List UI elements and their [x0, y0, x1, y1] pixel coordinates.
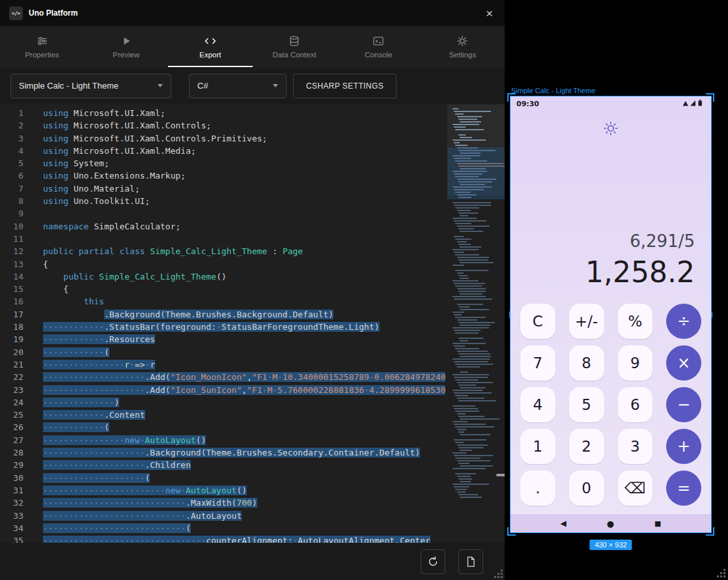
- calc-key-digit-5[interactable]: 5: [569, 387, 604, 422]
- nav-back-icon[interactable]: ◀: [561, 519, 567, 528]
- code-line-11[interactable]: [43, 233, 447, 245]
- code-line-9[interactable]: [43, 207, 447, 220]
- tab-label: Export: [199, 51, 221, 59]
- calc-key-add[interactable]: +: [666, 429, 701, 464]
- chevron-down-icon: [273, 84, 278, 87]
- refresh-icon: [427, 556, 439, 568]
- code-line-29[interactable]: ····················.Children: [43, 459, 447, 471]
- calc-result: 1,258.2: [585, 255, 695, 289]
- export-file-button[interactable]: [458, 549, 483, 574]
- code-line-24[interactable]: ··············): [43, 396, 447, 409]
- calc-key-equals[interactable]: =: [666, 471, 701, 506]
- code-editor[interactable]: 1234567891011121314151617181920212223242…: [0, 104, 505, 543]
- code-line-13[interactable]: {: [43, 258, 447, 270]
- tab-settings[interactable]: Settings: [421, 26, 505, 67]
- device-frame[interactable]: 09:30 6,291/5 1,258.2 C+/-%÷789×456−123+…: [510, 96, 712, 533]
- android-navbar: ◀ ● ■: [511, 514, 711, 532]
- tab-console[interactable]: Console: [337, 26, 421, 67]
- code-line-7[interactable]: using Uno.Material;: [43, 182, 447, 195]
- uno-logo-icon: </>: [9, 7, 23, 20]
- status-icons: [682, 99, 705, 109]
- code-line-26[interactable]: ············(: [43, 421, 447, 433]
- calc-key-multiply[interactable]: ×: [666, 345, 701, 381]
- calc-key-digit-2[interactable]: 2: [569, 429, 604, 464]
- file-icon: [465, 556, 477, 568]
- code-line-20[interactable]: ············(: [43, 346, 447, 358]
- code-line-27[interactable]: ················new·AutoLayout(): [43, 434, 447, 446]
- code-line-5[interactable]: using System;: [43, 157, 447, 169]
- window-title: Uno Platform: [29, 8, 77, 18]
- calc-key-digit-9[interactable]: 9: [618, 345, 653, 381]
- code-line-16[interactable]: this: [43, 295, 447, 308]
- tab-preview[interactable]: Preview: [84, 26, 168, 67]
- calc-display: 6,291/5 1,258.2: [585, 231, 695, 289]
- code-line-18[interactable]: ············.StatusBar(foreground:·Statu…: [43, 321, 447, 333]
- logo-glyph: </>: [12, 10, 21, 16]
- code-line-28[interactable]: ····················.Background(Theme.Br…: [43, 446, 447, 459]
- window-resize-grip[interactable]: [716, 568, 727, 579]
- nav-recents-icon[interactable]: ■: [654, 519, 661, 528]
- panel-resize-grip[interactable]: [494, 569, 504, 579]
- code-line-30[interactable]: ····················(: [43, 472, 447, 484]
- tab-properties[interactable]: Properties: [0, 26, 84, 67]
- code-line-17[interactable]: .Background(Theme.Brushes.Background.Def…: [43, 308, 447, 321]
- code-line-34[interactable]: ····························(: [43, 522, 447, 534]
- calc-key-plus-minus[interactable]: +/-: [569, 304, 604, 339]
- code-line-10[interactable]: namespace SimpleCalculator;: [43, 220, 447, 233]
- language-select[interactable]: C#: [189, 74, 287, 98]
- code-line-2[interactable]: using Microsoft.UI.Xaml.Controls;: [43, 119, 447, 132]
- code-line-22[interactable]: ····················.Add("Icon_MoonIcon"…: [43, 371, 447, 383]
- calc-key-digit-4[interactable]: 4: [520, 387, 555, 422]
- calc-key-backspace[interactable]: ⌫: [618, 471, 653, 506]
- code-line-23[interactable]: ····················.Add("Icon_SunIcon",…: [43, 384, 447, 396]
- code-line-8[interactable]: using Uno.Toolkit.UI;: [43, 195, 447, 207]
- calc-key-divide[interactable]: ÷: [666, 304, 701, 339]
- code-line-4[interactable]: using Microsoft.UI.Xaml.Media;: [43, 145, 447, 157]
- code-line-1[interactable]: using Microsoft.UI.Xaml;: [43, 107, 447, 119]
- close-icon[interactable]: ×: [483, 7, 496, 20]
- play-icon: [120, 35, 132, 47]
- code-line-32[interactable]: ····························.MaxWidth(70…: [43, 497, 447, 509]
- theme-toggle-button[interactable]: [602, 120, 619, 139]
- code-line-33[interactable]: ····························.AutoLayout: [43, 510, 447, 522]
- tab-data-context[interactable]: Data Context: [253, 26, 337, 67]
- code-line-12[interactable]: public partial class Simple_Calc_Light_T…: [43, 245, 447, 257]
- code-line-14[interactable]: public Simple_Calc_Light_Theme(): [43, 270, 447, 283]
- keypad: C+/-%÷789×456−123+.0⌫=: [520, 304, 701, 506]
- calc-key-subtract[interactable]: −: [666, 387, 701, 422]
- calc-key-digit-6[interactable]: 6: [618, 387, 653, 422]
- splitter-handle[interactable]: [496, 474, 505, 476]
- code-line-25[interactable]: ············.Content: [43, 409, 447, 421]
- calc-key-digit-7[interactable]: 7: [520, 345, 555, 381]
- export-toolbar: Simple Calc - Light Theme C# CSHARP SETT…: [0, 67, 505, 104]
- component-select-value: Simple Calc - Light Theme: [19, 81, 119, 91]
- calc-key-digit-0[interactable]: 0: [569, 471, 604, 506]
- calc-key-digit-1[interactable]: 1: [520, 429, 555, 464]
- calc-key-digit-3[interactable]: 3: [618, 429, 653, 464]
- code-line-3[interactable]: using Microsoft.UI.Xaml.Controls.Primiti…: [43, 132, 447, 145]
- component-select[interactable]: Simple Calc - Light Theme: [10, 74, 171, 98]
- code-line-35[interactable]: ································counterA…: [43, 534, 447, 543]
- code-line-31[interactable]: ························new·AutoLayout(): [43, 484, 447, 497]
- refresh-button[interactable]: [421, 549, 445, 574]
- minimap[interactable]: [447, 104, 505, 543]
- calc-key-digit-8[interactable]: 8: [569, 345, 604, 381]
- hot-design-window: </> Uno Platform × Properties Preview Ex…: [0, 0, 505, 580]
- calc-expression: 6,291/5: [585, 231, 695, 252]
- tab-export[interactable]: Export: [168, 26, 252, 67]
- terminal-icon: [372, 35, 384, 47]
- signal-icon: [690, 100, 695, 106]
- code-line-21[interactable]: ················r·=>·r: [43, 358, 447, 371]
- csharp-settings-button[interactable]: CSHARP SETTINGS: [293, 74, 397, 98]
- calc-key-clear[interactable]: C: [520, 304, 555, 339]
- code-lines[interactable]: using Microsoft.UI.Xaml;using Microsoft.…: [27, 104, 447, 543]
- code-line-6[interactable]: using Uno.Extensions.Markup;: [43, 169, 447, 182]
- calc-key-percent[interactable]: %: [618, 304, 653, 339]
- battery-icon: [699, 100, 702, 106]
- code-line-15[interactable]: {: [43, 283, 447, 295]
- nav-home-icon[interactable]: ●: [607, 519, 614, 529]
- code-brackets-icon: [204, 35, 217, 47]
- code-line-19[interactable]: ············.Resources: [43, 333, 447, 345]
- calc-key-decimal[interactable]: .: [520, 471, 555, 506]
- preview-label[interactable]: Simple Calc - Light Theme: [511, 87, 595, 94]
